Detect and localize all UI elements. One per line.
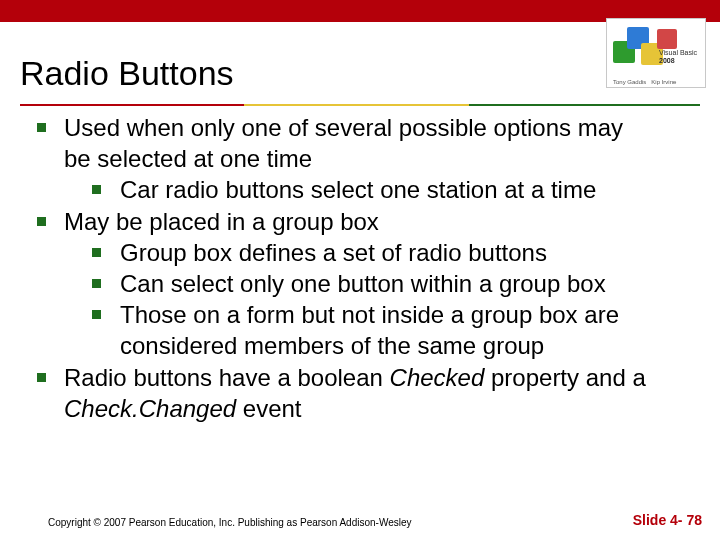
bullet: Used when only one of several possible o… xyxy=(10,112,650,206)
italic-term: Check.Changed xyxy=(64,395,236,422)
sub-bullet: Group box defines a set of radio buttons xyxy=(64,237,650,268)
slide-body: Used when only one of several possible o… xyxy=(10,112,650,424)
slide: Visual Basic 2008 Tony Gaddis Kip Irvine… xyxy=(0,0,720,540)
copyright-text: Copyright © 2007 Pearson Education, Inc.… xyxy=(48,517,412,528)
logo-subtext: Tony Gaddis Kip Irvine xyxy=(613,79,676,85)
svg-rect-0 xyxy=(20,104,700,106)
bullet-text: Radio buttons have a boolean Checked pro… xyxy=(64,364,646,422)
italic-term: Checked xyxy=(390,364,485,391)
slide-title: Radio Buttons xyxy=(20,54,234,93)
sub-bullet: Those on a form but not inside a group b… xyxy=(64,299,650,361)
bullet-text: May be placed in a group box xyxy=(64,208,379,235)
logo-text: Visual Basic 2008 xyxy=(659,49,697,65)
bullet: Radio buttons have a boolean Checked pro… xyxy=(10,362,650,424)
bullet-text: Can select only one button within a grou… xyxy=(120,270,606,297)
sub-bullet: Can select only one button within a grou… xyxy=(64,268,650,299)
bullet: May be placed in a group box Group box d… xyxy=(10,206,650,362)
bullet-text: Group box defines a set of radio buttons xyxy=(120,239,547,266)
bullet-text: Car radio buttons select one station at … xyxy=(120,176,596,203)
lego-block-icon xyxy=(657,29,677,49)
slide-number: Slide 4- 78 xyxy=(633,512,702,528)
bullet-text: Used when only one of several possible o… xyxy=(64,114,623,172)
book-cover-logo: Visual Basic 2008 Tony Gaddis Kip Irvine xyxy=(606,18,706,88)
title-underline xyxy=(20,104,700,106)
bullet-text: Those on a form but not inside a group b… xyxy=(120,301,619,359)
sub-bullet: Car radio buttons select one station at … xyxy=(64,174,650,205)
